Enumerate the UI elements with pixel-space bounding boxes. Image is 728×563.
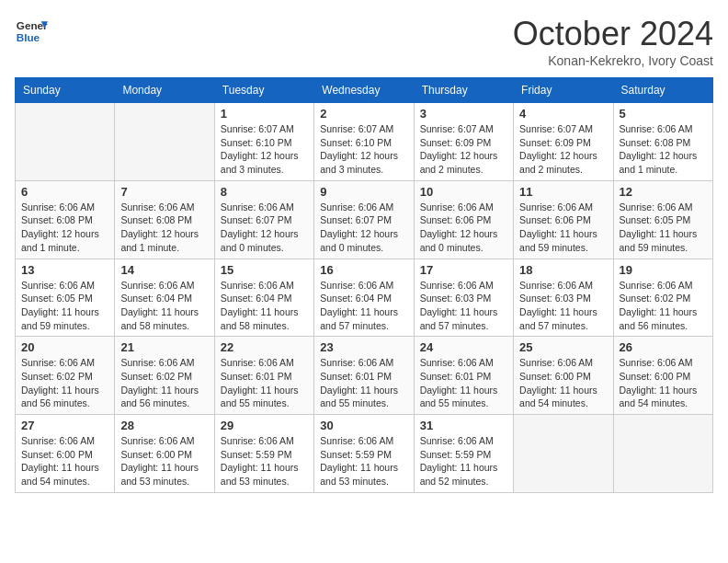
- calendar-cell: [115, 103, 214, 181]
- page-header: General Blue October 2024 Konan-Kekrekro…: [15, 15, 713, 68]
- calendar-cell: 29Sunrise: 6:06 AM Sunset: 5:59 PM Dayli…: [214, 415, 313, 493]
- day-info: Sunrise: 6:06 AM Sunset: 6:05 PM Dayligh…: [620, 201, 707, 255]
- logo: General Blue: [15, 15, 48, 48]
- day-number: 26: [620, 340, 707, 354]
- day-info: Sunrise: 6:06 AM Sunset: 6:03 PM Dayligh…: [519, 279, 607, 333]
- calendar-cell: 14Sunrise: 6:06 AM Sunset: 6:04 PM Dayli…: [115, 259, 214, 337]
- calendar-cell: 24Sunrise: 6:06 AM Sunset: 6:01 PM Dayli…: [414, 337, 513, 415]
- day-info: Sunrise: 6:06 AM Sunset: 6:04 PM Dayligh…: [120, 279, 208, 333]
- day-number: 6: [21, 185, 108, 199]
- title-block: October 2024 Konan-Kekrekro, Ivory Coast: [513, 15, 713, 68]
- day-info: Sunrise: 6:06 AM Sunset: 5:59 PM Dayligh…: [320, 434, 407, 488]
- calendar-cell: [16, 103, 115, 181]
- weekday-header-tuesday: Tuesday: [214, 78, 313, 103]
- day-info: Sunrise: 6:06 AM Sunset: 6:02 PM Dayligh…: [21, 356, 108, 410]
- day-info: Sunrise: 6:06 AM Sunset: 6:05 PM Dayligh…: [21, 279, 108, 333]
- calendar-cell: 22Sunrise: 6:06 AM Sunset: 6:01 PM Dayli…: [214, 337, 313, 415]
- calendar-week-5: 27Sunrise: 6:06 AM Sunset: 6:00 PM Dayli…: [16, 415, 713, 493]
- calendar-cell: 8Sunrise: 6:06 AM Sunset: 6:07 PM Daylig…: [214, 180, 313, 259]
- day-number: 1: [221, 107, 308, 121]
- day-info: Sunrise: 6:06 AM Sunset: 6:08 PM Dayligh…: [120, 201, 208, 255]
- day-info: Sunrise: 6:06 AM Sunset: 5:59 PM Dayligh…: [221, 434, 308, 488]
- day-number: 11: [519, 185, 607, 199]
- day-info: Sunrise: 6:06 AM Sunset: 6:02 PM Dayligh…: [120, 356, 208, 410]
- weekday-header-thursday: Thursday: [414, 78, 513, 103]
- calendar-cell: 18Sunrise: 6:06 AM Sunset: 6:03 PM Dayli…: [514, 259, 613, 337]
- day-info: Sunrise: 6:06 AM Sunset: 5:59 PM Dayligh…: [420, 434, 507, 488]
- day-number: 27: [21, 419, 108, 432]
- calendar-cell: 23Sunrise: 6:06 AM Sunset: 6:01 PM Dayli…: [314, 337, 414, 415]
- day-number: 18: [519, 263, 607, 277]
- weekday-header-sunday: Sunday: [16, 78, 115, 103]
- calendar-cell: 21Sunrise: 6:06 AM Sunset: 6:02 PM Dayli…: [115, 337, 214, 415]
- day-number: 21: [120, 340, 208, 354]
- calendar-cell: 28Sunrise: 6:06 AM Sunset: 6:00 PM Dayli…: [115, 415, 214, 493]
- day-number: 3: [420, 107, 507, 121]
- logo-icon: General Blue: [15, 15, 48, 48]
- weekday-header-wednesday: Wednesday: [314, 78, 414, 103]
- calendar-table: SundayMondayTuesdayWednesdayThursdayFrid…: [15, 77, 713, 493]
- day-info: Sunrise: 6:06 AM Sunset: 6:01 PM Dayligh…: [221, 356, 308, 410]
- day-number: 10: [420, 185, 507, 199]
- day-number: 31: [420, 419, 507, 432]
- day-info: Sunrise: 6:06 AM Sunset: 6:08 PM Dayligh…: [620, 122, 707, 177]
- calendar-cell: [613, 415, 712, 493]
- day-info: Sunrise: 6:07 AM Sunset: 6:09 PM Dayligh…: [519, 122, 607, 177]
- calendar-week-1: 1Sunrise: 6:07 AM Sunset: 6:10 PM Daylig…: [16, 103, 713, 181]
- day-number: 4: [519, 107, 607, 121]
- day-info: Sunrise: 6:06 AM Sunset: 6:00 PM Dayligh…: [21, 434, 108, 488]
- day-info: Sunrise: 6:06 AM Sunset: 6:04 PM Dayligh…: [221, 279, 308, 333]
- calendar-cell: 31Sunrise: 6:06 AM Sunset: 5:59 PM Dayli…: [414, 415, 513, 493]
- day-info: Sunrise: 6:06 AM Sunset: 6:00 PM Dayligh…: [620, 356, 707, 410]
- day-info: Sunrise: 6:06 AM Sunset: 6:00 PM Dayligh…: [519, 356, 607, 410]
- calendar-cell: 19Sunrise: 6:06 AM Sunset: 6:02 PM Dayli…: [613, 259, 712, 337]
- day-number: 14: [120, 263, 208, 277]
- calendar-cell: 4Sunrise: 6:07 AM Sunset: 6:09 PM Daylig…: [514, 103, 613, 181]
- calendar-cell: 26Sunrise: 6:06 AM Sunset: 6:00 PM Dayli…: [613, 337, 712, 415]
- calendar-week-4: 20Sunrise: 6:06 AM Sunset: 6:02 PM Dayli…: [16, 337, 713, 415]
- calendar-cell: 11Sunrise: 6:06 AM Sunset: 6:06 PM Dayli…: [514, 180, 613, 259]
- svg-text:Blue: Blue: [17, 31, 40, 43]
- day-number: 19: [620, 263, 707, 277]
- day-number: 13: [21, 263, 108, 277]
- day-info: Sunrise: 6:07 AM Sunset: 6:10 PM Dayligh…: [320, 122, 407, 177]
- day-number: 7: [120, 185, 208, 199]
- day-number: 16: [320, 263, 407, 277]
- day-number: 25: [519, 340, 607, 354]
- day-number: 9: [320, 185, 407, 199]
- day-info: Sunrise: 6:06 AM Sunset: 6:03 PM Dayligh…: [420, 279, 507, 333]
- calendar-cell: 12Sunrise: 6:06 AM Sunset: 6:05 PM Dayli…: [613, 180, 712, 259]
- day-info: Sunrise: 6:07 AM Sunset: 6:10 PM Dayligh…: [221, 122, 308, 177]
- calendar-week-2: 6Sunrise: 6:06 AM Sunset: 6:08 PM Daylig…: [16, 180, 713, 259]
- day-info: Sunrise: 6:07 AM Sunset: 6:09 PM Dayligh…: [420, 122, 507, 177]
- day-info: Sunrise: 6:06 AM Sunset: 6:07 PM Dayligh…: [320, 201, 407, 255]
- day-info: Sunrise: 6:06 AM Sunset: 6:02 PM Dayligh…: [620, 279, 707, 333]
- calendar-cell: 30Sunrise: 6:06 AM Sunset: 5:59 PM Dayli…: [314, 415, 414, 493]
- weekday-header-friday: Friday: [514, 78, 613, 103]
- day-number: 8: [221, 185, 308, 199]
- location-subtitle: Konan-Kekrekro, Ivory Coast: [513, 53, 713, 68]
- calendar-cell: 20Sunrise: 6:06 AM Sunset: 6:02 PM Dayli…: [16, 337, 115, 415]
- calendar-header-row: SundayMondayTuesdayWednesdayThursdayFrid…: [16, 78, 713, 103]
- calendar-cell: 10Sunrise: 6:06 AM Sunset: 6:06 PM Dayli…: [414, 180, 513, 259]
- calendar-cell: 17Sunrise: 6:06 AM Sunset: 6:03 PM Dayli…: [414, 259, 513, 337]
- day-info: Sunrise: 6:06 AM Sunset: 6:00 PM Dayligh…: [120, 434, 208, 488]
- calendar-cell: 16Sunrise: 6:06 AM Sunset: 6:04 PM Dayli…: [314, 259, 414, 337]
- calendar-cell: [514, 415, 613, 493]
- day-number: 29: [221, 419, 308, 432]
- calendar-week-3: 13Sunrise: 6:06 AM Sunset: 6:05 PM Dayli…: [16, 259, 713, 337]
- calendar-cell: 7Sunrise: 6:06 AM Sunset: 6:08 PM Daylig…: [115, 180, 214, 259]
- day-info: Sunrise: 6:06 AM Sunset: 6:06 PM Dayligh…: [420, 201, 507, 255]
- day-info: Sunrise: 6:06 AM Sunset: 6:07 PM Dayligh…: [221, 201, 308, 255]
- calendar-cell: 3Sunrise: 6:07 AM Sunset: 6:09 PM Daylig…: [414, 103, 513, 181]
- day-number: 24: [420, 340, 507, 354]
- calendar-cell: 27Sunrise: 6:06 AM Sunset: 6:00 PM Dayli…: [16, 415, 115, 493]
- day-number: 23: [320, 340, 407, 354]
- month-title: October 2024: [513, 15, 713, 53]
- day-number: 28: [120, 419, 208, 432]
- day-number: 2: [320, 107, 407, 121]
- day-number: 5: [620, 107, 707, 121]
- weekday-header-saturday: Saturday: [613, 78, 712, 103]
- day-number: 17: [420, 263, 507, 277]
- day-number: 15: [221, 263, 308, 277]
